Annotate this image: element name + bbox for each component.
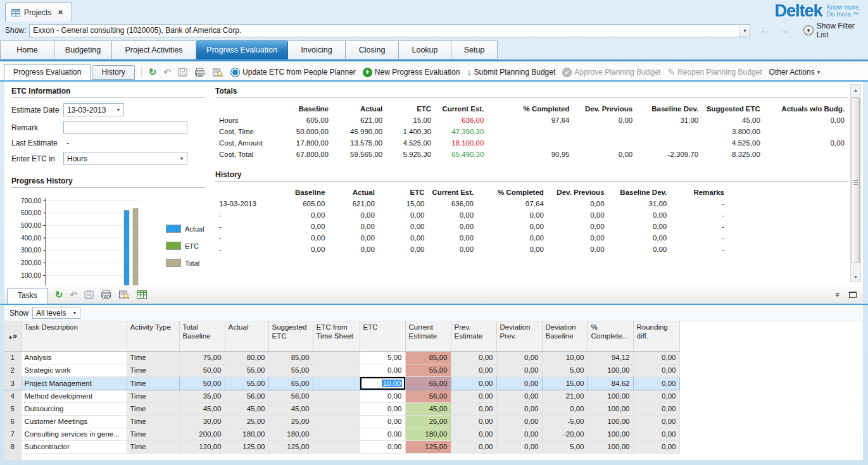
print-preview-button[interactable]: [212, 68, 223, 77]
task-description-cell[interactable]: Outsourcing: [21, 402, 127, 415]
grid-cell[interactable]: [313, 364, 360, 376]
tasks-grid-view-button[interactable]: [137, 290, 147, 299]
reopen-planning-budget-button[interactable]: ✎ Reopen Planning Budget: [667, 67, 762, 77]
grid-cell[interactable]: 0,00: [360, 415, 405, 428]
task-description-cell[interactable]: Strategic work: [21, 364, 127, 376]
tab-project-activities[interactable]: Project Activities: [112, 40, 196, 59]
tab-home[interactable]: Home: [0, 40, 54, 59]
project-filter-combobox[interactable]: Exxon - General consulting (1020005), Ba…: [29, 24, 750, 37]
tab-lookup[interactable]: Lookup: [399, 40, 451, 59]
grid-column-header[interactable]: Rounding diff.: [633, 321, 679, 351]
enter-etc-in-combobox[interactable]: Hours ▼: [63, 152, 187, 165]
other-actions-button[interactable]: Other Actions ▾: [769, 68, 821, 77]
task-row[interactable]: 3Project ManagementTime50,0055,0065,0010…: [4, 376, 679, 390]
estimate-date-combobox[interactable]: 13-03-2013 ▼: [63, 103, 124, 116]
approve-planning-budget-button[interactable]: ✓ Approve Planning Budget: [562, 68, 660, 77]
grid-cell[interactable]: 80,00: [225, 351, 268, 364]
grid-cell[interactable]: 125,00: [225, 440, 268, 453]
refresh-button[interactable]: ↻: [149, 66, 157, 78]
task-description-cell[interactable]: Consulting services in gene...: [21, 428, 127, 440]
grid-cell[interactable]: Time: [127, 376, 179, 390]
tasks-save-button[interactable]: [84, 290, 94, 299]
tasks-undo-button[interactable]: ↶: [70, 290, 77, 300]
grid-cell[interactable]: 125,00: [268, 440, 313, 453]
projects-document-tab[interactable]: Projects ✕: [5, 3, 72, 22]
grid-cell[interactable]: 25,00: [225, 415, 268, 428]
grid-column-header[interactable]: Total Baseline: [179, 321, 225, 351]
grid-cell[interactable]: 21,00: [542, 390, 588, 402]
grid-cell[interactable]: 0,00: [451, 440, 496, 453]
grid-cell[interactable]: 0,00: [496, 376, 542, 390]
task-row[interactable]: 5OutsourcingTime45,0045,0045,000,0045,00…: [4, 402, 679, 415]
row-number-cell[interactable]: 6: [4, 415, 21, 428]
task-description-cell[interactable]: Method development: [21, 390, 127, 402]
grid-cell[interactable]: 0,00: [451, 364, 496, 376]
navigate-back-icon[interactable]: ←: [759, 24, 770, 37]
grid-column-header[interactable]: Deviation Prev.: [496, 321, 542, 351]
grid-cell[interactable]: 15,00: [542, 376, 588, 390]
grid-cell[interactable]: 10,00: [360, 376, 405, 390]
task-row[interactable]: 6Customer MeetingsTime30,0025,0025,000,0…: [4, 415, 679, 428]
vertical-scrollbar[interactable]: ▲ ▼: [850, 84, 861, 282]
save-button[interactable]: [178, 68, 187, 77]
new-progress-evaluation-button[interactable]: + New Progress Evaluation: [363, 68, 460, 77]
grid-cell[interactable]: 56,00: [268, 390, 313, 402]
grid-cell[interactable]: 75,00: [179, 351, 225, 364]
task-description-cell[interactable]: Analysis: [21, 351, 127, 364]
grid-cell[interactable]: Time: [127, 428, 179, 440]
grid-cell[interactable]: Time: [127, 440, 179, 453]
grid-cell[interactable]: Time: [127, 364, 179, 376]
grid-cell[interactable]: 0,00: [496, 390, 542, 402]
grid-cell[interactable]: 35,00: [179, 390, 225, 402]
level-filter-combobox[interactable]: All levels ▼: [32, 307, 80, 319]
scrollbar-thumb[interactable]: [852, 97, 860, 263]
show-filter-list-button[interactable]: ▾ Show Filter List: [803, 22, 868, 39]
grid-cell[interactable]: 0,00: [496, 428, 542, 440]
grid-cell[interactable]: 120,00: [179, 440, 225, 453]
grid-cell[interactable]: 5,00: [542, 364, 588, 376]
row-number-cell[interactable]: 3: [4, 376, 21, 390]
grid-cell[interactable]: 0,00: [451, 351, 496, 364]
grid-cell[interactable]: 30,00: [179, 415, 225, 428]
grid-cell[interactable]: 0,00: [451, 428, 496, 440]
grid-cell[interactable]: [313, 390, 360, 402]
grid-cell[interactable]: 0,00: [633, 428, 679, 440]
grid-cell[interactable]: 55,00: [225, 376, 268, 390]
grid-column-header[interactable]: Current Estimate: [405, 321, 451, 351]
task-description-cell[interactable]: Project Management: [21, 376, 127, 390]
combo-dropdown-icon[interactable]: ▼: [739, 25, 750, 37]
grid-cell[interactable]: 0,00: [633, 390, 679, 402]
grid-cell[interactable]: 45,00: [268, 402, 313, 415]
maximize-panel-icon[interactable]: [849, 292, 857, 298]
grid-cell[interactable]: [313, 428, 360, 440]
row-number-cell[interactable]: 1: [4, 351, 21, 364]
grid-cell[interactable]: 100,00: [588, 390, 633, 402]
tab-budgeting[interactable]: Budgeting: [54, 40, 112, 59]
grid-cell[interactable]: 100,00: [588, 440, 633, 453]
grid-cell[interactable]: 0,00: [360, 390, 405, 402]
grid-cell[interactable]: 56,00: [405, 390, 451, 402]
grid-cell[interactable]: 50,00: [179, 364, 225, 376]
grid-column-header[interactable]: Deviation Baseline: [542, 321, 588, 351]
collapse-panel-icon[interactable]: »: [833, 292, 843, 297]
grid-cell[interactable]: 180,00: [268, 428, 313, 440]
grid-column-header[interactable]: Actual: [225, 321, 268, 351]
grid-cell[interactable]: 0,00: [451, 415, 496, 428]
grid-column-header[interactable]: ETC: [360, 321, 405, 351]
grid-cell[interactable]: 65,00: [405, 376, 451, 390]
submit-planning-budget-button[interactable]: ↓ Submit Planning Budget: [467, 67, 556, 77]
tab-setup[interactable]: Setup: [451, 40, 498, 59]
tasks-refresh-button[interactable]: ↻: [55, 289, 63, 301]
grid-cell[interactable]: 0,00: [451, 402, 496, 415]
grid-cell[interactable]: 180,00: [225, 428, 268, 440]
combo-dropdown-icon[interactable]: ▼: [113, 104, 123, 116]
grid-column-header[interactable]: Prev. Estimate: [451, 321, 496, 351]
grid-cell[interactable]: 5,00: [542, 440, 588, 453]
grid-cell[interactable]: 0,00: [496, 364, 542, 376]
grid-cell[interactable]: 0,00: [451, 376, 496, 390]
task-row[interactable]: 7Consulting services in gene...Time200,0…: [4, 428, 679, 440]
grid-corner-header[interactable]: ▲»: [4, 321, 21, 351]
etc-edit-value[interactable]: 10,00: [382, 380, 402, 387]
grid-cell[interactable]: 0,00: [451, 390, 496, 402]
close-icon[interactable]: ✕: [58, 9, 63, 16]
